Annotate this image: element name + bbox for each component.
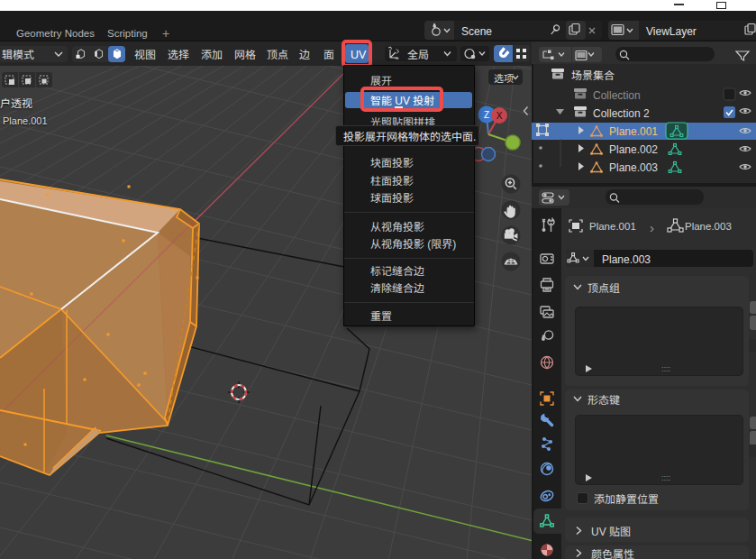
svg-text:Z: Z (484, 110, 489, 120)
svg-text:X: X (496, 111, 503, 121)
